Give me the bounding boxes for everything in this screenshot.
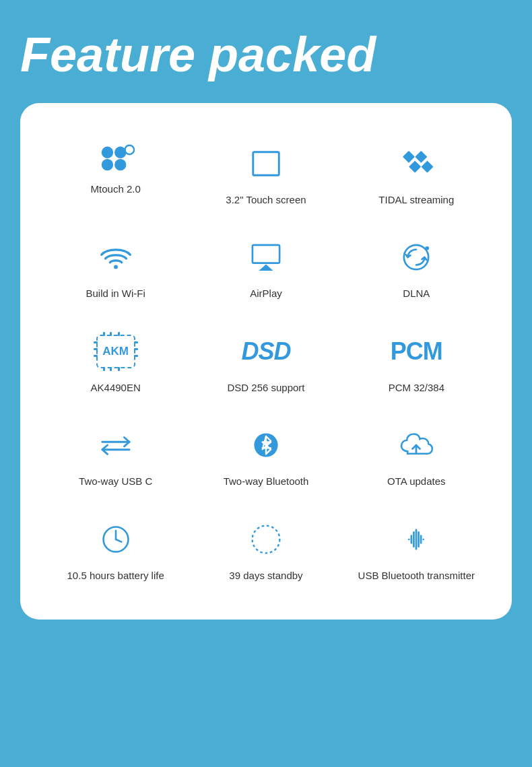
svg-point-10 [114, 265, 118, 269]
tidal-icon [397, 143, 435, 184]
battery-label: 10.5 hours battery life [67, 569, 164, 582]
bluetooth-icon [251, 425, 281, 465]
svg-rect-9 [422, 160, 434, 172]
ak-icon: AKM [96, 331, 135, 372]
svg-rect-11 [253, 245, 279, 263]
svg-point-4 [125, 145, 134, 154]
battery-icon [100, 519, 132, 560]
bluetooth-label: Two-way Bluetooth [224, 475, 309, 488]
touchscreen-label: 3.2" Touch screen [226, 193, 306, 207]
usbc-icon [98, 425, 133, 465]
dsd-label: DSD 256 support [227, 381, 304, 395]
tidal-label: TIDAL streaming [378, 193, 454, 207]
pcm-label: PCM 32/384 [389, 381, 444, 395]
mtouch-icon [97, 143, 135, 173]
feature-usb-bt-tx: USB Bluetooth transmitter [341, 506, 492, 593]
feature-airplay: AirPlay [191, 224, 341, 311]
dlna-icon [399, 237, 434, 277]
feature-dlna: DLNA [341, 224, 492, 311]
feature-bluetooth: Two-way Bluetooth [191, 411, 341, 499]
wifi-label: Build in Wi-Fi [86, 287, 145, 300]
mtouch-label: Mtouch 2.0 [91, 182, 141, 196]
usb-bt-tx-icon [399, 519, 433, 560]
wifi-icon [98, 237, 133, 277]
features-card: Mtouch 2.0 3.2" Touch screen TIDAL strea… [20, 103, 512, 620]
usbc-label: Two-way USB C [79, 475, 152, 488]
usb-bt-tx-label: USB Bluetooth transmitter [358, 569, 475, 582]
feature-touchscreen: 3.2" Touch screen [191, 130, 341, 218]
feature-tidal: TIDAL streaming [341, 130, 492, 218]
svg-marker-12 [259, 265, 273, 271]
svg-rect-6 [403, 151, 415, 163]
svg-point-2 [101, 159, 112, 170]
svg-line-27 [116, 539, 121, 542]
airplay-label: AirPlay [250, 287, 282, 300]
standby-icon [249, 519, 283, 560]
svg-rect-7 [415, 151, 428, 163]
feature-ota: OTA updates [341, 411, 492, 499]
airplay-icon [248, 237, 284, 277]
page-title: Feature packed [20, 27, 512, 83]
svg-point-14 [426, 246, 430, 251]
feature-standby: 39 days standby [191, 506, 341, 593]
ak4490en-label: AK4490EN [91, 381, 141, 395]
standby-label: 39 days standby [229, 569, 302, 582]
ota-label: OTA updates [387, 475, 445, 488]
feature-pcm: PCM PCM 32/384 [341, 318, 492, 405]
feature-wifi: Build in Wi-Fi [40, 224, 191, 311]
svg-point-3 [114, 159, 126, 170]
dsd-icon: DSD [241, 331, 290, 372]
svg-rect-8 [409, 160, 421, 172]
feature-battery: 10.5 hours battery life [40, 506, 191, 593]
feature-usbc: Two-way USB C [40, 411, 191, 499]
ota-icon [399, 425, 434, 465]
feature-ak4490en: AKM AK4490EN [40, 318, 191, 405]
svg-rect-5 [253, 152, 279, 175]
svg-point-0 [101, 146, 112, 158]
dlna-label: DLNA [403, 287, 430, 300]
touchscreen-icon [249, 143, 283, 184]
svg-point-28 [253, 525, 280, 553]
feature-dsd: DSD DSD 256 support [191, 318, 341, 405]
pcm-icon: PCM [391, 331, 442, 372]
feature-mtouch: Mtouch 2.0 [40, 130, 191, 218]
